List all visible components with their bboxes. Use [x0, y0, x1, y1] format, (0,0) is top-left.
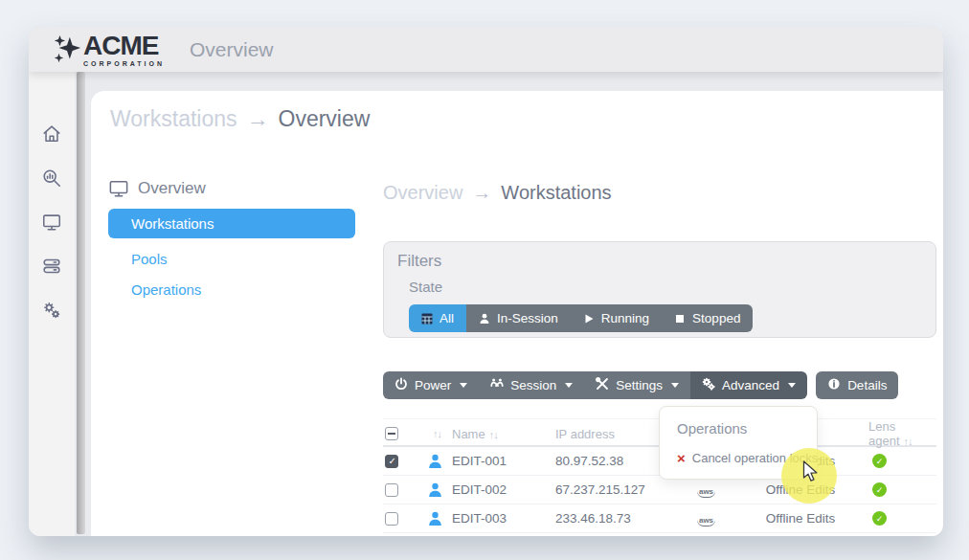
breadcrumb-current: Overview	[279, 106, 371, 131]
info-icon	[827, 377, 841, 393]
filter-in-session-button[interactable]: In-Session	[466, 304, 571, 332]
titlebar: ACME CORPORATION Overview	[29, 27, 943, 72]
row-checkbox[interactable]	[385, 512, 398, 526]
grid-icon	[421, 313, 433, 325]
brand-name: ACME	[83, 33, 165, 59]
lens-agent-ok-icon: ✓	[872, 511, 887, 526]
app-title: Overview	[190, 38, 274, 61]
dropdown-section-header: Operations	[660, 418, 817, 446]
mouse-cursor-icon	[802, 460, 822, 482]
select-all-checkbox[interactable]	[385, 427, 398, 440]
details-button[interactable]: Details	[816, 371, 898, 399]
panel-breadcrumb-arrow-icon: →	[472, 182, 491, 203]
nav-header-label: Overview	[138, 179, 206, 198]
servers-icon[interactable]	[41, 256, 62, 277]
state-filter-group: All In-Session	[409, 304, 753, 332]
lens-agent-ok-icon: ✓	[872, 454, 887, 468]
table-row[interactable]: EDIT-003 233.46.18.73 aws Offline Edits …	[383, 504, 936, 533]
aws-provider-icon: aws	[697, 511, 715, 526]
breadcrumb: Workstations→Overview	[110, 106, 370, 132]
column-header-lens-agent[interactable]: Lens agent↑↓	[859, 419, 936, 448]
brand-subtitle: CORPORATION	[83, 60, 165, 67]
aws-provider-icon: aws	[697, 482, 715, 497]
filter-running-button[interactable]: Running	[571, 304, 662, 332]
state-filter-label: State	[409, 279, 935, 295]
panel-breadcrumb: Overview→Workstations	[383, 182, 612, 204]
stop-icon	[674, 313, 686, 325]
breadcrumb-arrow-icon: →	[247, 106, 269, 131]
monitor-icon	[108, 179, 129, 198]
nav-header: Overview	[108, 179, 355, 198]
column-header-name[interactable]: Name↑↓	[452, 427, 555, 441]
pool-name: Offline Edits	[766, 511, 836, 526]
filters-title: Filters	[397, 252, 935, 271]
icon-sidebar	[29, 72, 75, 536]
sort-icon[interactable]: ↑↓	[433, 428, 441, 439]
workstation-name: EDIT-002	[452, 482, 555, 497]
sort-icon: ↑↓	[904, 436, 913, 447]
tools-icon	[596, 377, 609, 393]
actions-toolbar: Power Session	[383, 371, 898, 399]
filter-stopped-button[interactable]: Stopped	[662, 304, 753, 332]
nav-item-workstations[interactable]: Workstations	[108, 209, 355, 238]
panel-breadcrumb-current: Workstations	[501, 182, 611, 203]
caret-down-icon	[565, 383, 573, 388]
sort-icon: ↑↓	[489, 429, 498, 440]
ip-address: 233.46.18.73	[555, 511, 670, 526]
play-icon	[583, 313, 595, 325]
section-nav: Overview Workstations Pools Operations	[108, 179, 355, 299]
settings-button[interactable]: Settings	[584, 371, 690, 399]
ip-address: 80.97.52.38	[555, 454, 670, 468]
nav-item-operations[interactable]: Operations	[108, 281, 355, 299]
filter-all-button[interactable]: All	[409, 304, 466, 332]
analytics-search-icon[interactable]	[41, 168, 62, 189]
user-icon	[428, 482, 442, 498]
row-checkbox[interactable]	[385, 455, 398, 468]
caret-down-icon	[788, 383, 796, 388]
caret-down-icon	[671, 383, 679, 388]
power-button[interactable]: Power	[383, 371, 479, 399]
session-icon	[490, 377, 504, 393]
row-checkbox[interactable]	[385, 483, 398, 497]
gears-icon	[702, 377, 715, 393]
table-row[interactable]: EDIT-002 67.237.215.127 aws Offline Edit…	[383, 476, 936, 504]
breadcrumb-parent[interactable]: Workstations	[110, 106, 237, 131]
user-icon	[428, 454, 442, 469]
desktop-background: ACME CORPORATION Overview	[0, 0, 969, 560]
settings-gears-icon[interactable]	[41, 300, 62, 321]
sparkles-icon	[52, 34, 82, 66]
workstation-name: EDIT-001	[452, 454, 555, 468]
lens-agent-ok-icon: ✓	[872, 482, 887, 497]
advanced-button[interactable]: Advanced	[690, 371, 807, 399]
brand-logo: ACME CORPORATION	[52, 33, 165, 67]
person-icon	[479, 313, 490, 325]
column-header-ip[interactable]: IP address	[555, 427, 670, 441]
power-icon	[394, 377, 408, 393]
panel-breadcrumb-parent[interactable]: Overview	[383, 182, 462, 203]
caret-down-icon	[460, 383, 467, 388]
cancel-x-icon: ×	[677, 451, 686, 465]
session-button[interactable]: Session	[479, 371, 584, 399]
workstations-monitor-icon[interactable]	[41, 212, 62, 233]
nav-item-pools[interactable]: Pools	[108, 251, 355, 268]
ip-address: 67.237.215.127	[555, 482, 670, 497]
home-icon[interactable]	[41, 123, 62, 145]
filters-panel: Filters State All	[383, 241, 936, 338]
workstation-name: EDIT-003	[452, 511, 555, 526]
table-row-partial[interactable]	[383, 533, 936, 536]
scrollbar[interactable]	[77, 72, 85, 534]
user-icon	[428, 511, 442, 526]
